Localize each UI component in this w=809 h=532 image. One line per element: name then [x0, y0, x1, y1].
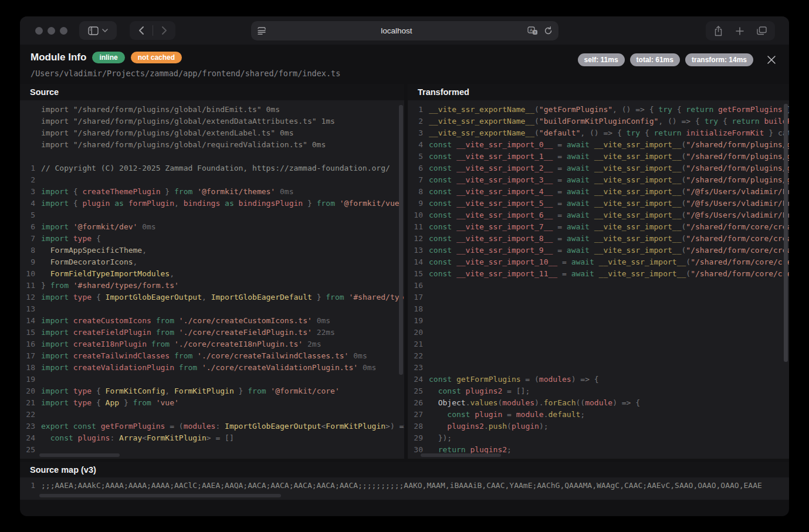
code-line: 4const __vite_ssr_import_0__ = await __v… [408, 139, 789, 151]
sidebar-icon [88, 26, 99, 35]
share-icon [714, 26, 723, 36]
code-line: 28 plugins2.push(plugin); [408, 421, 789, 432]
code-line: 21 [408, 338, 789, 350]
close-icon [767, 55, 776, 65]
share-button[interactable] [714, 26, 723, 36]
address-bar[interactable]: localhost A x [251, 21, 558, 40]
code-line: 24 const plugins: Array<FormKitPlugin> =… [20, 432, 404, 444]
code-line: 17 [408, 292, 789, 303]
code-panels: Source import "/shared/form/plugins/glob… [20, 84, 789, 459]
code-line: 20 [408, 327, 789, 338]
code-line: 9const __vite_ssr_import_5__ = await __v… [408, 198, 789, 209]
tab-overview-button[interactable] [757, 26, 767, 35]
source-vertical-scrollbar[interactable] [399, 105, 403, 375]
transformed-horizontal-scrollbar[interactable] [421, 453, 501, 457]
nav-divider [153, 25, 153, 36]
code-line: 1// Copyright (C) 2012-2025 Zammad Found… [20, 162, 404, 174]
nav-buttons [130, 21, 175, 40]
toolbar-right-buttons [706, 21, 775, 40]
code-line: 18 [408, 303, 789, 315]
sidebar-toggle-button[interactable] [79, 21, 117, 40]
code-line: 10const __vite_ssr_import_6__ = await __… [408, 209, 789, 221]
new-tab-button[interactable] [736, 27, 744, 35]
chevron-down-icon [102, 29, 108, 32]
code-line: 7import type { [20, 233, 404, 245]
transformed-vertical-scrollbar[interactable] [784, 104, 788, 362]
sourcemap-panel: Source map (v3) 1;;;AAEA;AAAkC;AAAA;AAAA… [20, 462, 789, 500]
code-line: 17import createTailwindClasses from './c… [20, 350, 404, 362]
code-line: 27 const plugin = module.default; [408, 409, 789, 421]
transform-time-badge: transform: 14ms [685, 53, 753, 66]
source-panel: Source import "/shared/form/plugins/glob… [20, 84, 404, 459]
code-line: 25 const plugins2 = []; [408, 385, 789, 397]
code-line: 3import { createThemePlugin } from '@for… [20, 186, 404, 198]
sourcemap-horizontal-scrollbar[interactable] [39, 494, 281, 497]
total-time-badge: total: 61ms [630, 53, 680, 66]
code-line: 4import { plugin as formPlugin, bindings… [20, 198, 404, 209]
code-line: 2 [20, 174, 404, 186]
code-line: 19 [20, 374, 404, 385]
plus-icon [736, 27, 744, 35]
inline-badge: inline [92, 52, 124, 63]
close-button[interactable] [764, 53, 778, 67]
sourcemap-panel-title: Source map (v3) [20, 462, 789, 477]
code-line: 12import type { ImportGlobEagerOutput, I… [20, 292, 404, 303]
window-close-button[interactable] [35, 27, 43, 35]
code-line: 6import '@formkit/dev' 0ms [20, 221, 404, 233]
reload-icon[interactable] [544, 26, 553, 35]
code-line: 13const __vite_ssr_import_9__ = await __… [408, 245, 789, 256]
code-line: 15const __vite_ssr_import_11__ = await _… [408, 268, 789, 280]
module-path: /Users/vladimir/Projects/zammad/app/fron… [31, 69, 778, 78]
page-title: Module Info [31, 52, 86, 63]
code-line: 23export const getFormPlugins = (modules… [20, 421, 404, 432]
transformed-code: 1__vite_ssr_exportName__("getFormPlugins… [408, 100, 789, 459]
transformed-panel-title: Transformed [408, 84, 789, 100]
code-line: 15import createFieldPlugin from './core/… [20, 327, 404, 338]
code-line: 8const __vite_ssr_import_4__ = await __v… [408, 186, 789, 198]
code-line: 18import createValidationPlugin from './… [20, 362, 404, 374]
code-line: 1;;;AAEA;AAAkC;AAAA;AAAA;AAAA;AAClC;AAEA… [20, 480, 789, 492]
code-line: 6const __vite_ssr_import_2__ = await __v… [408, 162, 789, 174]
source-code: import "/shared/form/plugins/global/bind… [20, 100, 404, 459]
forward-button[interactable] [158, 21, 171, 40]
code-line: import "/shared/form/plugins/global/bind… [20, 104, 404, 116]
code-line: 3__vite_ssr_exportName__("default", () =… [408, 127, 789, 139]
window-minimize-button[interactable] [48, 27, 55, 35]
code-line: 16import createI18nPlugin from './core/c… [20, 338, 404, 350]
source-horizontal-scrollbar[interactable] [39, 453, 120, 457]
back-button[interactable] [135, 21, 148, 40]
code-line: 9 FormDecoratorIcons, [20, 256, 404, 268]
code-line: 14const __vite_ssr_import_10__ = await _… [408, 256, 789, 268]
code-line: 22 [20, 409, 404, 421]
code-line: 8 FormAppSpecificTheme, [20, 245, 404, 256]
code-line: 5 [20, 209, 404, 221]
code-line: 11const __vite_ssr_import_7__ = await __… [408, 221, 789, 233]
code-line: import "/shared/form/plugins/global/exte… [20, 127, 404, 139]
reader-icon[interactable] [257, 27, 266, 35]
code-line: 20import type { FormKitConfig, FormKitPl… [20, 385, 404, 397]
browser-toolbar: localhost A x [20, 16, 789, 45]
source-panel-title: Source [20, 84, 404, 100]
translate-icon[interactable]: A x [527, 26, 538, 35]
transformed-panel: Transformed 1__vite_ssr_exportName__("ge… [408, 84, 789, 459]
code-line: 1__vite_ssr_exportName__("getFormPlugins… [408, 104, 789, 116]
module-info-header: Module Info inline not cached self: 11ms… [20, 45, 789, 83]
code-line: 10 FormFieldTypeImportModules, [20, 268, 404, 280]
address-text[interactable]: localhost [266, 26, 527, 35]
not-cached-badge: not cached [131, 52, 182, 63]
code-line: 23 [408, 362, 789, 374]
code-line: 16 [408, 280, 789, 292]
code-line: 26 Object.values(modules).forEach((modul… [408, 397, 789, 409]
code-line: 19 [408, 315, 789, 327]
chevron-right-icon [161, 26, 167, 35]
code-line: import "/shared/form/plugins/global/requ… [20, 139, 404, 151]
code-line: 12const __vite_ssr_import_8__ = await __… [408, 233, 789, 245]
screen: localhost A x [0, 0, 809, 532]
code-line: 7const __vite_ssr_import_3__ = await __v… [408, 174, 789, 186]
code-line: import "/shared/form/plugins/global/exte… [20, 116, 404, 127]
code-line: 2__vite_ssr_exportName__("buildFormKitPl… [408, 116, 789, 127]
self-time-badge: self: 11ms [578, 53, 625, 66]
code-line: 22 [408, 350, 789, 362]
window-zoom-button[interactable] [60, 27, 67, 35]
code-line: 13 [20, 303, 404, 315]
